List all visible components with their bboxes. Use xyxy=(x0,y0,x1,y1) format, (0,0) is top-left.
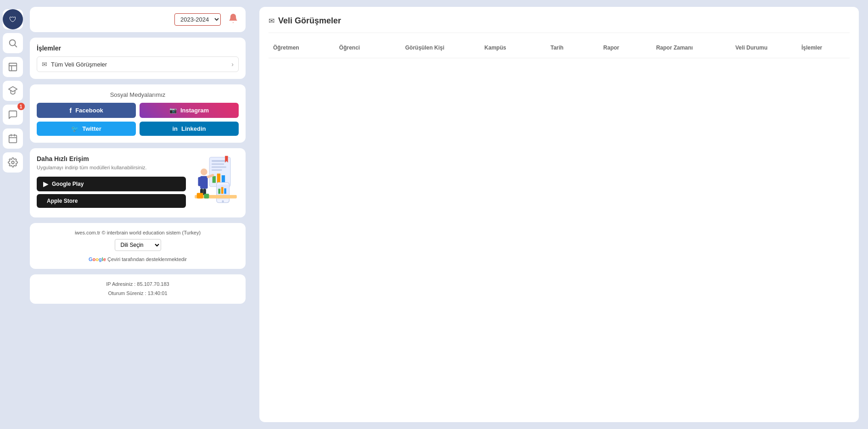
main-panel: ✉ Veli Görüşmeler Öğretmen Öğrenci Görüş… xyxy=(259,7,859,422)
play-icon: ▶ xyxy=(43,180,48,188)
app-download-title: Daha Hızlı Erişim xyxy=(37,155,186,162)
panel-title: Veli Görüşmeler xyxy=(278,16,341,26)
search-nav-item[interactable] xyxy=(3,33,23,53)
col-tarih: Tarih xyxy=(546,42,599,53)
app-download-card: Daha Hızlı Erişim Uygulamayı indirip tüm… xyxy=(30,148,246,217)
svg-rect-27 xyxy=(224,188,226,194)
svg-rect-15 xyxy=(212,163,224,165)
apple-store-label: Apple Store xyxy=(47,198,78,204)
ip-info-card: IP Adresiniz : 85.107.70.183 Oturum Süre… xyxy=(30,274,246,304)
facebook-icon: f xyxy=(69,106,72,114)
calendar-nav-item[interactable] xyxy=(3,128,23,149)
logo-icon: 🛡 xyxy=(3,9,23,29)
svg-rect-21 xyxy=(222,175,225,183)
svg-point-24 xyxy=(222,201,224,203)
envelope-icon: ✉ xyxy=(42,61,47,68)
main-content: ✉ Veli Görüşmeler Öğretmen Öğrenci Görüş… xyxy=(250,0,868,429)
col-veli-durumu: Veli Durumu xyxy=(731,42,797,53)
graduation-nav-item[interactable] xyxy=(3,81,23,101)
operations-title: İşlemler xyxy=(37,45,239,52)
svg-rect-25 xyxy=(218,189,221,194)
google-play-label: Google Play xyxy=(52,181,84,187)
svg-rect-30 xyxy=(198,177,201,186)
col-rapor: Rapor xyxy=(599,42,651,53)
chat-badge: 1 xyxy=(17,103,25,110)
settings-nav-item[interactable] xyxy=(3,152,23,173)
session-time-text: Oturum Süreniz : 13:40:01 xyxy=(35,289,240,298)
col-ogrenci: Öğrenci xyxy=(335,42,401,53)
language-selector[interactable]: Dili Seçin Türkçe English Deutsch xyxy=(115,239,161,251)
copyright-text: iwes.com.tr © interbrain world education… xyxy=(37,230,239,235)
svg-rect-31 xyxy=(204,177,207,186)
building-nav-item[interactable] xyxy=(3,57,23,77)
panel-header-icon: ✉ xyxy=(269,17,274,25)
svg-rect-16 xyxy=(212,167,226,168)
sidebar-logo[interactable]: 🛡 xyxy=(3,9,23,29)
sidebar: 🛡 1 xyxy=(0,0,25,429)
twitter-button[interactable]: 🐦 Twitter xyxy=(37,122,136,136)
social-media-card: Sosyal Medyalarımız f Facebook 📷 Instagr… xyxy=(30,84,246,143)
operations-card: İşlemler ✉ Tüm Veli Görüşmeler › xyxy=(30,38,246,79)
apple-store-button[interactable]: Apple Store xyxy=(37,194,186,208)
year-selector[interactable]: 2023-2024 xyxy=(174,13,221,26)
instagram-button[interactable]: 📷 Instagram xyxy=(140,103,239,118)
social-grid: f Facebook 📷 Instagram 🐦 Twitter in Link… xyxy=(37,103,239,136)
panel-header: ✉ Veli Görüşmeler xyxy=(269,16,850,33)
col-islemler: İşlemler xyxy=(797,42,850,53)
chat-nav-item[interactable]: 1 xyxy=(3,105,23,125)
google-translate-text: Google Çeviri tarafından desteklenmekted… xyxy=(37,256,239,262)
linkedin-label: Linkedin xyxy=(181,125,206,132)
facebook-button[interactable]: f Facebook xyxy=(37,103,136,118)
linkedin-button[interactable]: in Linkedin xyxy=(140,122,239,136)
social-title: Sosyal Medyalarımız xyxy=(37,91,239,98)
col-gorusulen-kisi: Görüşülen Kişi xyxy=(401,42,480,53)
svg-line-3 xyxy=(15,45,17,47)
svg-rect-26 xyxy=(221,187,224,194)
svg-rect-17 xyxy=(212,169,222,171)
facebook-label: Facebook xyxy=(75,107,103,114)
col-rapor-zamani: Rapor Zamanı xyxy=(651,42,731,53)
twitter-icon: 🐦 xyxy=(71,125,78,132)
instagram-icon: 📷 xyxy=(169,107,177,114)
svg-rect-19 xyxy=(213,176,216,183)
all-parent-meetings-item[interactable]: ✉ Tüm Veli Görüşmeler › xyxy=(37,56,239,72)
svg-rect-4 xyxy=(9,63,17,71)
all-parent-meetings-label: Tüm Veli Görüşmeler xyxy=(51,61,107,68)
instagram-label: Instagram xyxy=(180,107,209,114)
col-ogretmen: Öğretmen xyxy=(269,42,335,53)
svg-rect-36 xyxy=(197,193,203,199)
left-panel: 2023-2024 İşlemler ✉ Tüm Veli Görüşmeler… xyxy=(25,0,250,429)
svg-point-28 xyxy=(201,168,207,175)
svg-rect-37 xyxy=(204,194,209,198)
svg-marker-7 xyxy=(8,87,17,92)
footer-card: iwes.com.tr © interbrain world education… xyxy=(30,223,246,269)
app-illustration xyxy=(193,155,239,206)
twitter-label: Twitter xyxy=(82,125,101,132)
svg-point-12 xyxy=(11,161,14,164)
chevron-right-icon: › xyxy=(231,61,234,68)
google-play-button[interactable]: ▶ Google Play xyxy=(37,177,186,191)
top-bar: 2023-2024 xyxy=(30,7,246,32)
linkedin-icon: in xyxy=(172,125,178,132)
ip-address-text: IP Adresiniz : 85.107.70.183 xyxy=(35,280,240,289)
svg-rect-8 xyxy=(9,135,17,143)
app-download-subtitle: Uygulamayı indirip tüm modülleri kullana… xyxy=(37,164,186,171)
table-body xyxy=(269,61,850,198)
notification-bell[interactable] xyxy=(228,13,239,27)
svg-text:🛡: 🛡 xyxy=(9,16,17,23)
table-header: Öğretmen Öğrenci Görüşülen Kişi Kampüs T… xyxy=(269,42,850,58)
col-kampus: Kampüs xyxy=(480,42,546,53)
svg-rect-20 xyxy=(217,173,220,183)
translate-label: Çeviri tarafından desteklenmektedir xyxy=(107,256,187,262)
